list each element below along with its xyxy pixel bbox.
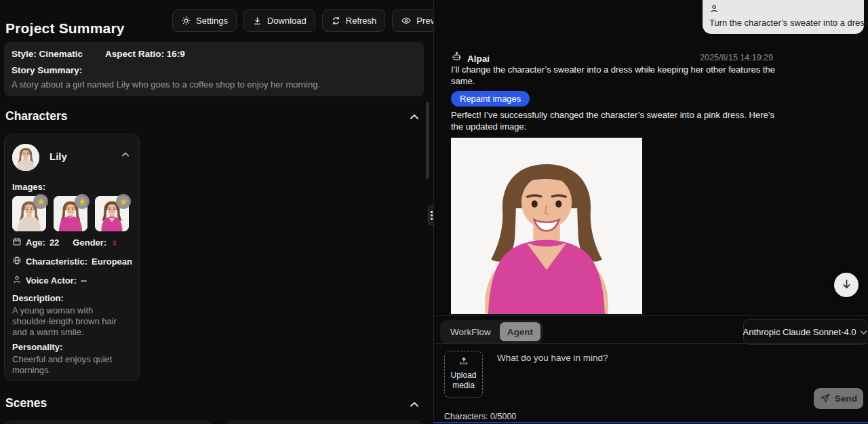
- input-focus-underline: [434, 422, 868, 423]
- personality-label: Personality:: [12, 342, 62, 352]
- agent-message-intro: I’ll change the character’s sweater into…: [451, 64, 776, 87]
- project-summary-box: Style: Cinematic Aspect Ratio: 16:9 Stor…: [4, 42, 424, 96]
- send-button[interactable]: Send: [814, 388, 863, 409]
- chevron-up-icon: [410, 112, 419, 122]
- app-root: Project Summary Settings Download: [0, 0, 868, 424]
- characteristic-value: European: [92, 256, 132, 267]
- upload-media-button[interactable]: Upload media: [444, 351, 483, 398]
- gear-icon: [181, 16, 191, 26]
- characters-collapse-button[interactable]: [407, 109, 422, 124]
- user-message-text: Turn the character’s sweater into a dres…: [709, 18, 868, 28]
- favorite-star-badge[interactable]: ★: [33, 194, 48, 209]
- download-button[interactable]: Download: [243, 9, 315, 32]
- mode-tabs: WorkFlow Agent: [440, 320, 543, 343]
- message-timestamp: 2025/8/15 14:19:29: [675, 53, 773, 62]
- description-text: A young woman with shoulder-length brown…: [12, 305, 132, 338]
- chevron-up-icon: [410, 400, 419, 410]
- page-title: Project Summary: [5, 20, 125, 37]
- favorite-star-badge[interactable]: ★: [116, 194, 131, 209]
- refresh-button-label: Refresh: [346, 16, 377, 26]
- style-label: Style:: [12, 49, 37, 59]
- agent-name: Alpai: [467, 54, 490, 64]
- star-icon: ★: [37, 197, 45, 206]
- tab-agent[interactable]: Agent: [500, 322, 540, 341]
- agent-message-header: Alpai: [451, 52, 490, 66]
- voice-actor-label: Voice Actor:: [26, 275, 77, 286]
- images-label: Images:: [12, 182, 45, 192]
- style-value: Cinematic: [39, 49, 83, 59]
- settings-button-label: Settings: [196, 16, 228, 26]
- chat-panel: Turn the character’s sweater into a dres…: [434, 0, 868, 424]
- scenes-section-title: Scenes: [5, 396, 47, 410]
- left-panel-scrollbar-thumb[interactable]: [426, 102, 429, 179]
- avatar-portrait: [12, 144, 39, 171]
- characters-section-title: Characters: [5, 109, 67, 123]
- toolbar: Settings Download Refresh: [172, 9, 457, 32]
- input-area-divider: [434, 343, 868, 344]
- repaint-images-badge[interactable]: Repaint images: [451, 91, 530, 107]
- upload-media-label: Upload media: [448, 370, 479, 390]
- project-summary-panel: Project Summary Settings Download: [0, 0, 433, 424]
- refresh-icon: [331, 16, 341, 26]
- female-sign-icon: ♀: [111, 237, 118, 248]
- scene-card[interactable]: [4, 421, 213, 424]
- story-summary-label: Story Summary:: [12, 65, 416, 75]
- personality-text: Cheerful and enjoys quiet mornings.: [12, 354, 132, 376]
- star-icon: ★: [119, 197, 128, 206]
- settings-button[interactable]: Settings: [172, 9, 237, 32]
- scroll-to-bottom-button[interactable]: [834, 273, 859, 297]
- agent-message-result: Perfect! I’ve successfully changed the c…: [451, 110, 776, 132]
- model-selector[interactable]: Anthropic Claude Sonnet-4.0: [743, 319, 867, 345]
- character-image-thumb-3[interactable]: ★: [95, 196, 129, 231]
- voice-actor-row: Voice Actor: --: [12, 275, 87, 286]
- character-image-thumb-1[interactable]: ★: [12, 196, 46, 231]
- description-label: Description:: [12, 293, 64, 303]
- character-card: Lily Images: ★: [4, 134, 140, 381]
- style-aspect-row: Style: Cinematic Aspect Ratio: 16:9: [12, 49, 416, 59]
- globe-icon: [12, 256, 22, 267]
- model-selector-value: Anthropic Claude Sonnet-4.0: [743, 327, 856, 337]
- character-image-thumb-2[interactable]: ★: [54, 196, 87, 231]
- chevron-down-icon: [860, 327, 867, 337]
- age-value: 22: [50, 237, 59, 248]
- aspect-ratio-value: 16:9: [167, 49, 185, 59]
- calendar-icon: [12, 237, 22, 248]
- person-icon: [12, 275, 22, 286]
- user-message-bubble: Turn the character’s sweater into a dres…: [703, 0, 864, 34]
- characteristic-row: Characteristic: European: [12, 256, 132, 267]
- refresh-button[interactable]: Refresh: [322, 9, 386, 32]
- aspect-ratio-label: Aspect Ratio:: [105, 49, 164, 59]
- paper-plane-icon: [820, 393, 830, 405]
- generated-character-image[interactable]: [451, 138, 642, 314]
- star-icon: ★: [78, 197, 87, 206]
- send-button-label: Send: [835, 393, 857, 404]
- age-label: Age:: [26, 237, 45, 248]
- scene-card[interactable]: [224, 421, 425, 424]
- user-icon: [709, 4, 719, 16]
- eye-icon: [401, 16, 412, 26]
- character-name: Lily: [50, 151, 67, 162]
- character-avatar[interactable]: [12, 144, 39, 171]
- chat-input-divider: [434, 315, 868, 316]
- download-button-label: Download: [267, 16, 307, 26]
- characteristic-label: Characteristic:: [26, 256, 87, 267]
- upload-icon: [458, 356, 469, 368]
- chevron-up-icon: [121, 149, 130, 159]
- age-gender-row: Age: 22 Gender: ♀: [12, 237, 118, 248]
- voice-actor-value: --: [81, 275, 87, 286]
- character-counter: Characters: 0/5000: [444, 412, 516, 421]
- tab-workflow[interactable]: WorkFlow: [443, 322, 498, 341]
- story-summary-text: A story about a girl named Lily who goes…: [12, 79, 416, 90]
- arrow-down-icon: [841, 278, 852, 292]
- result-portrait: [451, 138, 642, 314]
- character-collapse-button[interactable]: [121, 149, 130, 159]
- robot-icon: [451, 52, 462, 66]
- favorite-star-badge[interactable]: ★: [75, 194, 90, 209]
- gender-label: Gender:: [73, 237, 106, 248]
- scenes-collapse-button[interactable]: [407, 397, 422, 412]
- download-icon: [252, 16, 262, 26]
- chat-message-input[interactable]: [490, 347, 808, 407]
